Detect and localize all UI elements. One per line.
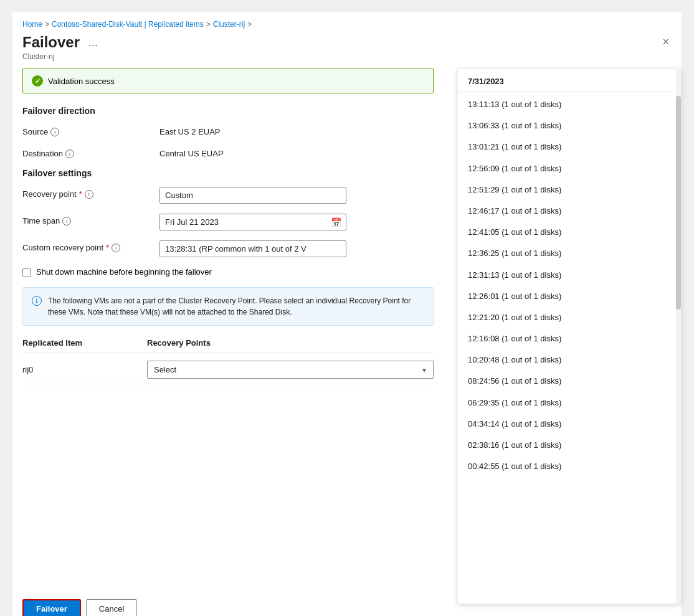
panel-dots-menu[interactable]: ... — [85, 35, 102, 50]
info-box-icon: i — [32, 296, 42, 306]
breadcrumb-sep2: > — [206, 20, 211, 29]
dropdown-item[interactable]: 12:21:20 (1 out of 1 disks) — [458, 307, 681, 328]
panel-header: Failover ... Cluster-rij × — [12, 34, 682, 69]
dropdown-item[interactable]: 02:38:16 (1 out of 1 disks) — [458, 435, 681, 456]
info-box: i The following VMs are not a part of th… — [22, 287, 434, 326]
panel-title-area: Failover ... Cluster-rij — [22, 34, 102, 61]
dropdown-item[interactable]: 12:16:08 (1 out of 1 disks) — [458, 328, 681, 349]
shutdown-label[interactable]: Shut down machine before beginning the f… — [36, 267, 212, 277]
destination-label: Destination i — [22, 146, 159, 158]
dropdown-item[interactable]: 12:36:25 (1 out of 1 disks) — [458, 243, 681, 264]
dropdown-item[interactable]: 12:41:05 (1 out of 1 disks) — [458, 222, 681, 243]
breadcrumb-vault[interactable]: Contoso-Shared-Disk-Vault | Replicated i… — [52, 20, 204, 29]
recovery-points-select[interactable]: Select — [147, 361, 434, 379]
panel-title-row: Failover ... — [22, 34, 102, 51]
custom-recovery-label: Custom recovery point * i — [22, 240, 159, 252]
source-value: East US 2 EUAP — [159, 125, 221, 136]
recovery-point-input-wrapper — [159, 187, 346, 204]
calendar-icon: 📅 — [331, 217, 341, 227]
dropdown-item[interactable]: 08:24:56 (1 out of 1 disks) — [458, 371, 681, 392]
replicated-items-table: Replicated Item Recovery Points rij0 Sel… — [22, 338, 434, 384]
time-span-input[interactable] — [159, 214, 346, 230]
cancel-button[interactable]: Cancel — [86, 599, 137, 616]
breadcrumb-sep1: > — [45, 20, 49, 29]
page-container: Home > Contoso-Shared-Disk-Vault | Repli… — [12, 12, 682, 616]
breadcrumb: Home > Contoso-Shared-Disk-Vault | Repli… — [12, 12, 682, 34]
time-span-label: Time span i — [22, 214, 159, 225]
custom-recovery-required: * — [106, 243, 109, 252]
recovery-points-select-wrapper: Select ▼ — [147, 361, 434, 379]
validation-banner: Validation success — [22, 69, 434, 93]
dropdown-item[interactable]: 12:26:01 (1 out of 1 disks) — [458, 286, 681, 307]
close-button[interactable]: × — [660, 34, 672, 50]
main-content: Validation success Failover direction So… — [12, 69, 682, 397]
validation-text: Validation success — [48, 77, 115, 86]
info-box-text: The following VMs are not a part of the … — [48, 295, 424, 318]
recovery-point-required: * — [79, 189, 82, 199]
scrollbar-thumb[interactable] — [676, 96, 681, 310]
source-info-icon[interactable]: i — [50, 128, 59, 136]
panel-title: Failover — [22, 34, 80, 51]
dropdown-item[interactable]: 13:06:33 (1 out of 1 disks) — [458, 115, 681, 136]
dropdown-item[interactable]: 00:42:55 (1 out of 1 disks) — [458, 456, 681, 477]
shutdown-checkbox[interactable] — [22, 268, 31, 277]
dropdown-item[interactable]: 13:01:21 (1 out of 1 disks) — [458, 136, 681, 158]
dropdown-item[interactable]: 12:51:29 (1 out of 1 disks) — [458, 179, 681, 201]
dropdown-panel: 7/31/2023 13:11:13 (1 out of 1 disks)13:… — [457, 69, 682, 604]
recovery-point-info-icon[interactable]: i — [85, 190, 93, 199]
source-label: Source i — [22, 125, 159, 136]
recovery-point-input[interactable] — [159, 187, 346, 204]
time-span-info-icon[interactable]: i — [62, 217, 71, 225]
dropdown-item[interactable]: 06:29:35 (1 out of 1 disks) — [458, 392, 681, 414]
dropdown-items-list[interactable]: 13:11:13 (1 out of 1 disks)13:06:33 (1 o… — [458, 92, 681, 604]
destination-value: Central US EUAP — [159, 146, 224, 158]
dropdown-item[interactable]: 12:31:13 (1 out of 1 disks) — [458, 265, 681, 286]
custom-recovery-input-wrapper — [159, 240, 346, 257]
dropdown-item[interactable]: 13:11:13 (1 out of 1 disks) — [458, 94, 681, 115]
footer-buttons: Failover Cancel — [12, 589, 147, 616]
destination-info-icon[interactable]: i — [65, 149, 74, 158]
failover-button[interactable]: Failover — [22, 599, 81, 616]
col-header-item: Replicated Item — [22, 338, 147, 348]
scrollbar-track — [676, 69, 681, 604]
breadcrumb-home[interactable]: Home — [22, 20, 42, 29]
dropdown-item[interactable]: 12:56:09 (1 out of 1 disks) — [458, 158, 681, 179]
custom-recovery-input[interactable] — [159, 240, 346, 257]
table-header: Replicated Item Recovery Points — [22, 338, 434, 353]
dropdown-item[interactable]: 04:34:14 (1 out of 1 disks) — [458, 414, 681, 435]
validation-success-icon — [32, 75, 43, 87]
table-cell-item: rij0 — [22, 365, 147, 374]
custom-recovery-info-icon[interactable]: i — [112, 244, 120, 252]
recovery-point-label: Recovery point * i — [22, 187, 159, 199]
dropdown-item[interactable]: 10:20:48 (1 out of 1 disks) — [458, 349, 681, 371]
panel-subtitle: Cluster-rij — [22, 52, 102, 61]
col-header-points: Recovery Points — [147, 338, 434, 348]
dropdown-item[interactable]: 12:46:17 (1 out of 1 disks) — [458, 201, 681, 222]
table-row: rij0 Select ▼ — [22, 356, 434, 384]
date-input-wrapper: 📅 — [159, 214, 346, 230]
breadcrumb-cluster[interactable]: Cluster-rij — [213, 20, 245, 29]
breadcrumb-sep3: > — [247, 20, 252, 29]
dropdown-date-header: 7/31/2023 — [458, 69, 681, 92]
